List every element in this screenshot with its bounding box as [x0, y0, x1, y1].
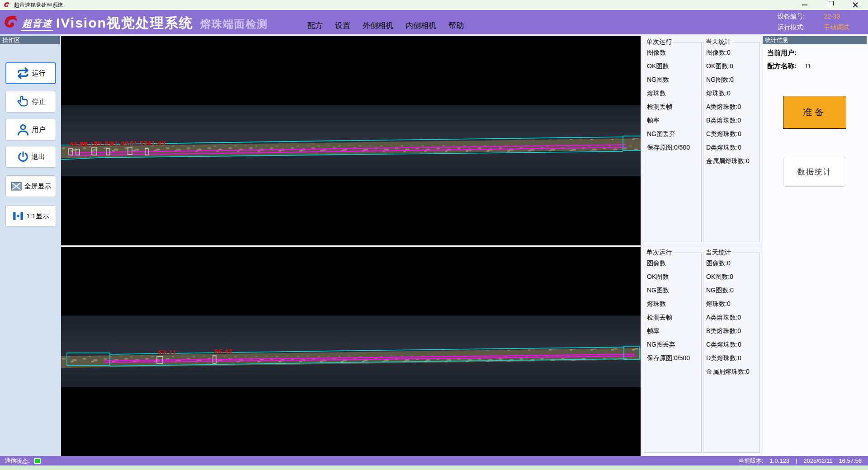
menu-item-3[interactable]: 内侧相机	[406, 20, 436, 31]
close-button[interactable]	[843, 0, 868, 10]
operation-panel-title: 操作区	[0, 36, 60, 44]
menu-item-2[interactable]: 外侧相机	[363, 20, 393, 31]
stat-row: NG图数	[644, 73, 701, 87]
stat-row: 图像数:0	[703, 257, 760, 270]
exit-button[interactable]: 退出	[5, 146, 56, 168]
menu-item-1[interactable]: 设置	[335, 20, 350, 31]
stat-row: 保存原图:0/500	[644, 141, 701, 155]
stats-group-title: 当天统计	[704, 38, 732, 46]
stat-row: 图像数	[644, 257, 701, 270]
app-header: 超音速 IVision视觉处理系统 熔珠端面检测 配方设置外侧相机内侧相机帮助 …	[0, 10, 868, 34]
stat-row: 检测丢帧	[644, 100, 701, 114]
stat-row: D类熔珠数:0	[703, 352, 760, 365]
measurement-label: 39.83	[94, 140, 112, 147]
run-mode-label: 运行模式:	[778, 24, 818, 32]
close-icon	[853, 2, 858, 8]
stats-group-title: 单次运行	[645, 249, 673, 257]
menu-item-4[interactable]: 帮助	[448, 20, 464, 31]
fullscreen-icon	[10, 180, 22, 192]
run-button[interactable]: 运行	[5, 62, 56, 84]
user-icon	[16, 123, 30, 136]
version-label: 当前版本:	[738, 457, 764, 465]
stats-group-single-run: 单次运行图像数OK图数NG图数熔珠数检测丢帧帧率NG图丢弃保存原图:0/500	[644, 249, 702, 453]
stat-row: C类熔珠数:0	[703, 338, 760, 352]
restore-button[interactable]	[817, 0, 843, 10]
stat-row: OK图数:0	[703, 60, 760, 73]
fullscreen-button-label: 全屏显示	[24, 182, 52, 191]
stat-row: 帧率	[644, 114, 701, 127]
recipe-name-label: 配方名称:	[767, 62, 797, 70]
stats-group-title: 单次运行	[645, 38, 673, 46]
stat-row: A类熔珠数:0	[703, 100, 760, 114]
stat-row: A类熔珠数:0	[703, 311, 760, 324]
stat-row: OK图数:0	[703, 270, 760, 284]
stats-group-single-run: 单次运行图像数OK图数NG图数熔珠数检测丢帧帧率NG图丢弃保存原图:0/500	[644, 38, 702, 242]
run-icon	[16, 66, 30, 80]
stat-row: NG图数	[644, 284, 701, 297]
stat-row: NG图数:0	[703, 284, 760, 297]
app-logo-icon	[3, 1, 10, 9]
stat-row: OK图数	[644, 270, 701, 284]
stat-row: D类熔珠数:0	[703, 141, 760, 155]
brand-text: 超音速	[21, 17, 53, 31]
user-button-label: 用户	[32, 126, 46, 134]
brand-logo-icon	[2, 13, 19, 31]
statusbar-separator: |	[796, 457, 797, 464]
user-button[interactable]: 用户	[5, 119, 56, 141]
inner-camera-view: 53.1156.43	[61, 247, 641, 456]
version-value: 1.0.123	[770, 457, 789, 464]
device-id-label: 设备编号:	[778, 13, 818, 21]
recipe-name-value: 11	[805, 63, 811, 70]
restore-icon	[828, 3, 832, 7]
fullscreen-button[interactable]: 全屏显示	[5, 175, 56, 197]
stat-row: 图像数:0	[703, 46, 760, 60]
stop-button[interactable]: 停止	[5, 91, 56, 113]
current-user-label: 当前用户:	[767, 49, 797, 56]
stat-row: NG图丢弃	[644, 338, 701, 352]
run-button-label: 运行	[32, 69, 46, 78]
app-subtitle: 熔珠端面检测	[200, 17, 268, 31]
stat-row: 保存原图:0/500	[644, 352, 701, 365]
ready-status-button[interactable]: 准备	[783, 96, 846, 129]
one2one-icon	[12, 210, 24, 222]
measurement-label: 56.43	[214, 348, 232, 355]
statistics-panel-title: 统计信息	[763, 36, 867, 44]
main-window: 超音速视觉处理系统 超音速 IVision视觉处理系统 熔珠端面检测 配方设置外…	[0, 0, 868, 470]
data-statistics-button[interactable]: 数据统计	[783, 157, 846, 187]
stats-panel-inner: 单次运行图像数OK图数NG图数熔珠数检测丢帧帧率NG图丢弃保存原图:0/500当…	[642, 247, 761, 456]
statistics-info-panel: 统计信息 当前用户: 配方名称: 11 准备 数据统计	[763, 34, 868, 456]
device-id-value: 22-33	[824, 13, 860, 21]
menu-item-0[interactable]: 配方	[307, 20, 323, 31]
stat-row: 图像数	[644, 46, 701, 60]
stat-row: C类熔珠数:0	[703, 127, 760, 141]
outer-camera-view: 44.0439.1839.8341.4931.5341.49	[61, 36, 641, 245]
stats-group-daily: 当天统计图像数:0OK图数:0NG图数:0熔珠数:0A类熔珠数:0B类熔珠数:0…	[703, 38, 760, 242]
status-bar: 通信状态: 当前版本: 1.0.123 | 2025/02/11 16:57:5…	[0, 456, 868, 465]
stats-panel-outer: 单次运行图像数OK图数NG图数熔珠数检测丢帧帧率NG图丢弃保存原图:0/500当…	[642, 36, 761, 245]
minimize-button[interactable]	[792, 0, 817, 10]
stat-row: 金属屑熔珠数:0	[703, 365, 760, 379]
run-mode-value: 手动调试	[824, 24, 860, 32]
stat-row: 金属屑熔珠数:0	[703, 155, 760, 168]
stats-group-title: 当天统计	[704, 249, 732, 257]
stop-icon	[16, 95, 30, 108]
inner-camera-view-canvas: 53.1156.43	[61, 247, 641, 456]
menu-bar: 配方设置外侧相机内侧相机帮助	[307, 10, 464, 34]
operation-sidebar: 操作区 运行停止用户退出全屏显示1:1显示	[0, 34, 61, 456]
measurement-label: 41.49	[110, 140, 128, 147]
stat-row: 熔珠数	[644, 87, 701, 100]
exit-button-label: 退出	[32, 153, 45, 161]
stat-row: 帧率	[644, 324, 701, 338]
stat-row: OK图数	[644, 60, 701, 73]
stat-row: 检测丢帧	[644, 311, 701, 324]
comm-status-indicator	[34, 458, 41, 464]
app-title: IVision视觉处理系统	[56, 14, 193, 33]
statusbar-time: 16:57:56	[839, 457, 862, 464]
stat-row: NG图丢弃	[644, 127, 701, 141]
window-bottom-edge	[0, 465, 868, 470]
stop-button-label: 停止	[32, 98, 46, 106]
stat-row: B类熔珠数:0	[703, 114, 760, 127]
stat-row: NG图数:0	[703, 73, 760, 87]
one2one-button[interactable]: 1:1显示	[5, 205, 56, 227]
stat-row: B类熔珠数:0	[703, 324, 760, 338]
